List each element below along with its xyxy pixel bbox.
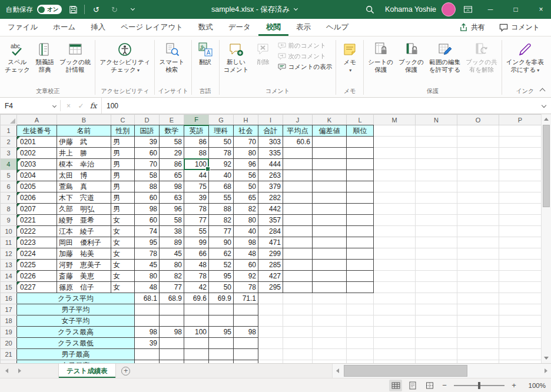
smart-lookup-button[interactable]: スマート検索 [157, 39, 187, 73]
cell-B3[interactable]: 井上 勝 [57, 148, 111, 159]
cell-A4[interactable]: 0203 [17, 159, 57, 170]
tab-page-layout[interactable]: ページ レイアウト [113, 19, 191, 36]
cell-O8[interactable] [457, 204, 499, 215]
next-sheet-button[interactable] [13, 364, 26, 378]
cell-D9[interactable]: 60 [135, 215, 160, 226]
vertical-scrollbar[interactable] [541, 114, 551, 363]
cell-J19[interactable] [283, 327, 313, 338]
cell-K7[interactable] [313, 192, 347, 204]
cell-N12[interactable] [416, 248, 457, 260]
save-button[interactable] [66, 2, 80, 16]
cell-D17[interactable] [135, 304, 160, 315]
cell-F21[interactable] [184, 349, 209, 360]
cell-E7[interactable]: 63 [160, 192, 184, 204]
cell-K20[interactable] [313, 338, 347, 349]
protect-sheet-button[interactable]: シートの保護 [366, 39, 396, 73]
row-header-14[interactable]: 14 [1, 271, 17, 282]
cell-C12[interactable]: 女 [111, 248, 135, 260]
cell-A8[interactable]: 0207 [17, 204, 57, 215]
cell-H5[interactable]: 56 [234, 170, 258, 181]
spell-check-button[interactable]: abc スペルチェック [2, 39, 32, 73]
cell-K17[interactable] [313, 304, 347, 315]
cell-C9[interactable]: 女 [111, 215, 135, 226]
cell-B1[interactable]: 名前 [57, 125, 111, 137]
cell-A17[interactable]: 男子平均 [17, 304, 135, 315]
cell-J8[interactable] [283, 204, 313, 215]
cell-L8[interactable] [347, 204, 374, 215]
previous-comment-button[interactable]: 前のコメント [278, 42, 333, 50]
cell-E3[interactable]: 29 [160, 148, 184, 159]
row-header-4[interactable]: 4 [1, 159, 17, 170]
cell-A7[interactable]: 0206 [17, 192, 57, 204]
cell-P16[interactable] [499, 293, 542, 304]
cell-I7[interactable]: 282 [258, 192, 283, 204]
cell-O15[interactable] [457, 282, 499, 293]
show-comments-button[interactable]: コメントの表示 [278, 63, 333, 71]
zoom-out-button[interactable]: − [440, 381, 449, 390]
cell-M15[interactable] [374, 282, 416, 293]
cell-J18[interactable] [283, 315, 313, 327]
cell-H18[interactable] [234, 315, 258, 327]
row-header-16[interactable]: 16 [1, 293, 17, 304]
cell-K5[interactable] [313, 170, 347, 181]
cell-L1[interactable]: 順位 [347, 125, 374, 137]
cell-H10[interactable]: 40 [234, 226, 258, 237]
cell-G11[interactable]: 90 [209, 237, 234, 248]
tab-view[interactable]: 表示 [288, 19, 318, 36]
cell-O21[interactable] [457, 349, 499, 360]
cell-D10[interactable]: 74 [135, 226, 160, 237]
cell-P8[interactable] [499, 204, 542, 215]
cell-E17[interactable] [160, 304, 184, 315]
cell-K16[interactable] [313, 293, 347, 304]
cell-I6[interactable]: 379 [258, 181, 283, 192]
zoom-in-button[interactable]: + [510, 381, 518, 390]
cell-M1[interactable] [374, 125, 416, 137]
cell-L11[interactable] [347, 237, 374, 248]
cell-N14[interactable] [416, 271, 457, 282]
cell-L19[interactable] [347, 327, 374, 338]
cell-L2[interactable] [347, 137, 374, 148]
cell-M14[interactable] [374, 271, 416, 282]
cell-I10[interactable]: 284 [258, 226, 283, 237]
cell-H12[interactable]: 48 [234, 248, 258, 260]
cell-G13[interactable]: 52 [209, 260, 234, 271]
cell-M8[interactable] [374, 204, 416, 215]
tab-insert[interactable]: 挿入 [83, 19, 113, 36]
col-header-K[interactable]: K [313, 115, 347, 125]
cell-K3[interactable] [313, 148, 347, 159]
cell-J14[interactable] [283, 271, 313, 282]
col-header-C[interactable]: C [111, 115, 135, 125]
cell-P6[interactable] [499, 181, 542, 192]
cell-D19[interactable]: 98 [135, 327, 160, 338]
cell-A16[interactable]: クラス平均 [17, 293, 135, 304]
col-header-M[interactable]: M [374, 115, 416, 125]
cell-J11[interactable] [283, 237, 313, 248]
cell-F20[interactable] [184, 338, 209, 349]
cell-A5[interactable]: 0204 [17, 170, 57, 181]
cell-N19[interactable] [416, 327, 457, 338]
cell-I8[interactable]: 442 [258, 204, 283, 215]
tab-home[interactable]: ホーム [45, 19, 83, 36]
next-comment-button[interactable]: 次のコメント [278, 52, 333, 61]
col-header-D[interactable]: D [135, 115, 160, 125]
cell-E21[interactable] [160, 349, 184, 360]
cell-F11[interactable]: 99 [184, 237, 209, 248]
cell-O13[interactable] [457, 260, 499, 271]
cell-E16[interactable]: 68.9 [160, 293, 184, 304]
cell-L6[interactable] [347, 181, 374, 192]
cell-F13[interactable]: 48 [184, 260, 209, 271]
cell-O4[interactable] [457, 159, 499, 170]
cell-O3[interactable] [457, 148, 499, 159]
cell-D12[interactable]: 78 [135, 248, 160, 260]
cell-B6[interactable]: 萱島 真 [57, 181, 111, 192]
cell-B15[interactable]: 篠原 信子 [57, 282, 111, 293]
cell-P19[interactable] [499, 327, 542, 338]
cell-K2[interactable] [313, 137, 347, 148]
cell-B5[interactable]: 太田 博 [57, 170, 111, 181]
cell-N2[interactable] [416, 137, 457, 148]
cell-B11[interactable]: 岡田 優利子 [57, 237, 111, 248]
cell-N15[interactable] [416, 282, 457, 293]
cell-P18[interactable] [499, 315, 542, 327]
row-header-6[interactable]: 6 [1, 181, 17, 192]
share-button[interactable]: 共有 [454, 21, 490, 34]
